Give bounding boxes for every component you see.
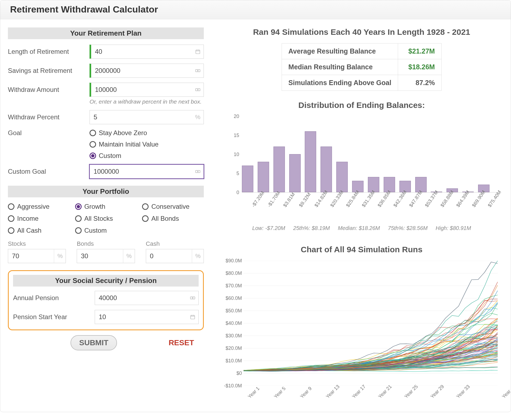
portfolio-radio-income[interactable]: Income xyxy=(8,215,70,222)
radio-icon xyxy=(142,203,149,210)
money-icon xyxy=(195,169,201,174)
portfolio-radio-all-stocks[interactable]: All Stocks xyxy=(75,215,137,222)
input-wrap-savings xyxy=(90,64,204,78)
withdraw-pct-input[interactable] xyxy=(90,110,204,124)
xtick-label: -$1.70M xyxy=(266,190,281,208)
svg-point-8 xyxy=(192,298,193,298)
portfolio-radio-conservative[interactable]: Conservative xyxy=(142,203,204,210)
portfolio-radios: AggressiveGrowthConservativeIncomeAll St… xyxy=(8,203,204,234)
dist-bar xyxy=(305,131,316,192)
row-annual-pension: Annual Pension xyxy=(13,291,199,305)
ytick-label: 20 xyxy=(228,114,239,119)
ytick-label: $40.0M xyxy=(220,321,242,326)
radio-label: Aggressive xyxy=(17,203,50,210)
row-withdraw-pct: Withdraw Percent % xyxy=(8,110,204,124)
xtick-label: Year 17 xyxy=(351,384,367,400)
summary-value: $18.26M xyxy=(398,59,442,75)
section-pension-header: Your Social Security / Pension xyxy=(13,275,199,287)
xtick-label: $9.32M xyxy=(298,192,312,208)
svg-rect-0 xyxy=(196,50,200,54)
ytick-label: $30.0M xyxy=(220,333,242,339)
radio-icon xyxy=(75,215,82,222)
row-goal: Goal Stay Above ZeroMaintain Initial Val… xyxy=(8,129,204,160)
radio-label: All Cash xyxy=(17,227,41,234)
svg-rect-5 xyxy=(196,170,200,173)
app-title: Retirement Withdrawal Calculator xyxy=(0,0,511,19)
annual-pension-input[interactable] xyxy=(95,291,199,305)
xtick-label: Year 1 xyxy=(247,386,261,400)
pension-start-input[interactable] xyxy=(95,310,199,324)
xtick-label: Year 25 xyxy=(403,384,419,400)
xtick-label: -$7.20M xyxy=(251,190,266,208)
goal-radio-1[interactable]: Maintain Initial Value xyxy=(90,141,159,148)
svg-rect-3 xyxy=(196,89,200,91)
dist-bar xyxy=(384,177,395,192)
simulation-runs-chart: -$10.0M$0$10.0M$20.0M$30.0M$40.0M$50.0M$… xyxy=(244,261,498,386)
custom-goal-input[interactable] xyxy=(90,164,204,179)
percent-icon: % xyxy=(54,249,66,263)
xtick-label: Year 9 xyxy=(299,386,313,400)
dist-bar xyxy=(321,147,332,192)
ytick-label: $10.0M xyxy=(220,358,242,364)
portfolio-radio-all-cash[interactable]: All Cash xyxy=(8,227,70,234)
xtick-label: $25.84M xyxy=(345,189,361,208)
xtick-label: $64.39M xyxy=(455,189,471,208)
input-wrap-length xyxy=(90,45,204,59)
runs-title: Chart of All 94 Simulation Runs xyxy=(220,245,503,254)
radio-icon xyxy=(8,203,14,210)
dist-p25: 25th%: $8.19M xyxy=(293,225,330,231)
app-body: Your Retirement Plan Length of Retiremen… xyxy=(0,19,511,412)
ytick-label: $70.0M xyxy=(220,283,242,289)
goal-radio-0[interactable]: Stay Above Zero xyxy=(90,129,159,137)
results-title: Ran 94 Simulations Each 40 Years In Leng… xyxy=(220,27,503,37)
radio-icon xyxy=(75,227,82,234)
dist-p75: 75th%: $28.56M xyxy=(388,225,428,231)
goal-radios: Stay Above ZeroMaintain Initial ValueCus… xyxy=(90,129,159,160)
ytick-label: $60.0M xyxy=(220,295,242,301)
xtick-label: Year 21 xyxy=(377,384,393,400)
portfolio-radio-all-bonds[interactable]: All Bonds xyxy=(142,215,204,222)
label-custom-goal: Custom Goal xyxy=(8,168,90,175)
portfolio-radio-custom[interactable]: Custom xyxy=(75,227,137,234)
length-input[interactable] xyxy=(90,45,204,59)
ytick-label: 15 xyxy=(228,133,239,138)
simulation-line xyxy=(244,302,498,371)
svg-point-4 xyxy=(197,89,198,90)
summary-label: Median Resulting Balance xyxy=(282,59,398,75)
percent-icon: % xyxy=(195,114,201,120)
xtick-label: Year 33 xyxy=(455,384,471,400)
svg-rect-7 xyxy=(190,297,195,299)
pension-box: Your Social Security / Pension Annual Pe… xyxy=(8,270,204,330)
distribution-chart: -$7.20M-$1.70M$3.81M$9.32M$14.82M$20.33M… xyxy=(228,116,498,214)
ytick-label: $80.0M xyxy=(220,270,242,276)
ytick-label: 10 xyxy=(228,152,239,157)
dist-bar xyxy=(368,177,379,192)
xtick-label: $75.40M xyxy=(487,189,502,208)
section-portfolio-header: Your Portfolio xyxy=(8,186,204,197)
percent-icon: % xyxy=(192,249,204,263)
percent-icon: % xyxy=(123,249,135,263)
xtick-label: Year 40 xyxy=(501,384,511,400)
xtick-label: $53.37M xyxy=(424,189,439,208)
xtick-label: Year 29 xyxy=(429,384,445,400)
reset-button[interactable]: RESET xyxy=(167,338,196,347)
alloc-cash: Cash % xyxy=(146,240,204,263)
radio-icon xyxy=(142,215,149,222)
xtick-label: $42.36M xyxy=(392,189,408,208)
row-pension-start: Pension Start Year xyxy=(13,310,199,324)
submit-button[interactable]: SUBMIT xyxy=(70,335,117,350)
calendar-icon xyxy=(190,314,195,320)
portfolio-radio-growth[interactable]: Growth xyxy=(75,203,137,210)
row-savings: Savings at Retirement xyxy=(8,64,204,78)
xtick-label: $3.81M xyxy=(282,192,296,208)
ytick-label: -$10.0M xyxy=(220,383,242,389)
radio-label: Growth xyxy=(84,203,105,210)
portfolio-radio-aggressive[interactable]: Aggressive xyxy=(8,203,70,210)
label-pension-start: Pension Start Year xyxy=(13,313,95,321)
goal-radio-2[interactable]: Custom xyxy=(90,152,159,160)
xtick-label: $58.88M xyxy=(439,189,455,208)
withdraw-input[interactable] xyxy=(90,83,204,97)
savings-input[interactable] xyxy=(90,64,204,78)
money-icon xyxy=(190,295,195,301)
withdraw-hint: Or, enter a withdraw percent in the next… xyxy=(90,98,204,105)
